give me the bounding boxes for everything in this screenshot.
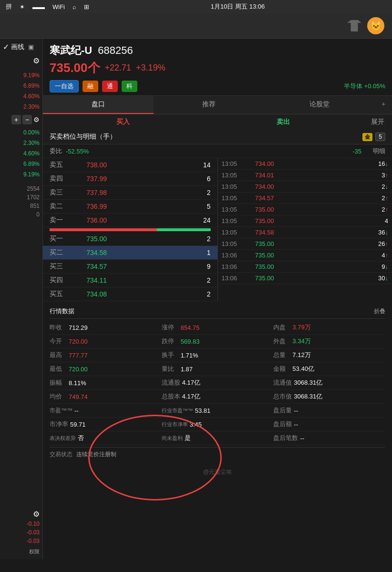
pct-9-19-top: 9.19% bbox=[23, 71, 40, 80]
pct-9-19-bot: 9.19% bbox=[23, 170, 40, 179]
gear-icon[interactable]: ⚙ bbox=[33, 56, 40, 65]
price-bar-red bbox=[50, 228, 157, 231]
mkt-zuidi: 最低 720.00 bbox=[50, 362, 162, 376]
mkt-zongliang: 总量 7.12万 bbox=[273, 348, 385, 362]
sell5-vol: 14 bbox=[107, 161, 211, 169]
mkt-zhefu: 振幅 8.11% bbox=[50, 376, 162, 390]
sell4-vol: 6 bbox=[107, 175, 211, 183]
tab-add[interactable]: + bbox=[375, 96, 392, 114]
sell1-vol: 24 bbox=[107, 216, 211, 224]
market-data-grid: 昨收 712.29 涨停 854.75 内盘 3.79万 今开 720.00 跌… bbox=[50, 321, 385, 445]
tag-row: 一自选 融 通 科 半导体 +0.05% bbox=[50, 80, 385, 92]
mkt-weiliy: 尚未盈利 是 bbox=[162, 431, 274, 445]
price-bar-green bbox=[157, 228, 211, 231]
trade-row-9: 13:06 735.00 9↓ bbox=[218, 261, 392, 273]
mkt-biaojs: 表决权差异 否 bbox=[50, 431, 162, 445]
tab-pankou[interactable]: 盘口 bbox=[43, 96, 154, 114]
sidebar-neg-0-03-1: -0.03 bbox=[27, 529, 40, 536]
sell4-price[interactable]: 737.99 bbox=[69, 175, 107, 183]
sell1-label: 卖一 bbox=[50, 216, 69, 225]
quanxian-label: 权限 bbox=[29, 548, 40, 555]
buy4-label: 买四 bbox=[50, 276, 69, 285]
main-layout: ✓ 画线 ▣ ⚙ 9.19% 6.89% 4.60% 2.30% + − ⚙ 0… bbox=[0, 39, 392, 559]
sector-tag[interactable]: 半导体 +0.05% bbox=[344, 82, 385, 91]
trading-status-val: 连续竞价注册制 bbox=[76, 450, 116, 459]
right-content: 寒武纪-U 688256 735.00个 +22.71 +3.19% 一自选 融… bbox=[43, 39, 392, 559]
ob-row-sell3: 卖三 737.98 2 bbox=[43, 186, 217, 200]
buy3-vol: 9 bbox=[107, 263, 211, 270]
minus-btn[interactable]: − bbox=[22, 115, 32, 124]
sell2-price[interactable]: 736.99 bbox=[69, 203, 107, 210]
buy5-label: 买五 bbox=[50, 290, 69, 298]
tag-rong[interactable]: 融 bbox=[83, 81, 98, 92]
sell2-label: 卖二 bbox=[50, 202, 69, 211]
mkt-junjiia: 均价 749.74 bbox=[50, 390, 162, 404]
settings-icon[interactable]: ⚙ bbox=[33, 116, 40, 123]
sell3-label: 卖三 bbox=[50, 188, 69, 197]
trade-row-3: 13:05 734.57 2↑ bbox=[218, 193, 392, 204]
sidebar-num-1702: 1702 bbox=[3, 193, 40, 202]
pct-2-30-top: 2.30% bbox=[23, 102, 40, 111]
add-btn[interactable]: + bbox=[11, 115, 21, 124]
shirt-icon[interactable] bbox=[347, 20, 361, 31]
menu-bar-left: 拼 ✶ ▬▬ WiFi ⌕ ⊞ bbox=[6, 2, 89, 11]
search-icon[interactable]: ⌕ bbox=[72, 3, 76, 10]
ob-row-sell1: 卖一 736.00 24 bbox=[43, 214, 217, 227]
webi-detail[interactable]: 明细 bbox=[373, 147, 385, 155]
ob-row-sell2: 卖二 736.99 5 bbox=[43, 200, 217, 214]
ob-row-sell5: 卖五 738.00 14 bbox=[43, 158, 217, 172]
stock-title-row: 寒武纪-U 688256 bbox=[50, 43, 385, 58]
market-data-fold[interactable]: 折叠 bbox=[374, 307, 385, 316]
stock-change-pct: +3.19% bbox=[136, 63, 165, 73]
split-panel: 卖五 738.00 14 卖四 737.99 6 卖三 737.98 2 卖二 … bbox=[43, 158, 392, 301]
sell1-price[interactable]: 736.00 bbox=[69, 216, 107, 224]
user-avatar[interactable]: 🐱 bbox=[367, 17, 384, 34]
tab-lungu[interactable]: 论股堂 bbox=[264, 96, 375, 114]
ob-row-buy2: 买二 734.58 1 bbox=[43, 246, 217, 260]
webi-pct: -52.55% bbox=[66, 148, 89, 155]
trade-row-10: 13:06 735.00 30↓ bbox=[218, 273, 392, 284]
menu-bar: 拼 ✶ ▬▬ WiFi ⌕ ⊞ 1月10日 周五 13:06 bbox=[0, 0, 392, 13]
mkt-jinkei: 今开 720.00 bbox=[50, 335, 162, 348]
pct-2-30-bot: 2.30% bbox=[23, 139, 40, 147]
bs-open-label[interactable]: 展开 bbox=[363, 114, 392, 130]
sell5-label: 卖五 bbox=[50, 161, 69, 169]
battery-icon: ▬▬ bbox=[32, 3, 45, 10]
buy3-price[interactable]: 734.57 bbox=[69, 263, 107, 270]
gold-badge: 金 bbox=[362, 133, 372, 141]
sidebar-settings-icon[interactable]: ⚙ bbox=[33, 510, 40, 518]
app-header: 🐱 bbox=[0, 13, 392, 39]
mkt-zhangtang: 涨停 854.75 bbox=[162, 321, 274, 335]
stock-price-row: 735.00个 +22.71 +3.19% bbox=[50, 60, 385, 76]
sidebar-neg-0-10: -0.10 bbox=[27, 521, 40, 527]
mkt-jine: 金额 53.40亿 bbox=[273, 362, 385, 376]
trade-row-8: 13:06 735.00 4↑ bbox=[218, 250, 392, 261]
sell3-price[interactable]: 737.98 bbox=[69, 189, 107, 196]
tag-ke[interactable]: 科 bbox=[122, 81, 137, 92]
buy2-price[interactable]: 734.58 bbox=[69, 249, 107, 256]
tab-tuijian[interactable]: 推荐 bbox=[154, 96, 264, 114]
sidebar-num-2554: 2554 bbox=[3, 184, 40, 193]
sell3-vol: 2 bbox=[107, 189, 211, 196]
webi-row: 委比 -52.55% -35 明细 bbox=[43, 144, 392, 158]
market-data: 行情数据 折叠 昨收 712.29 涨停 854.75 内盘 3.79万 bbox=[43, 301, 392, 464]
buy1-label: 买一 bbox=[50, 235, 69, 243]
mkt-waipan: 外盘 3.34万 bbox=[273, 335, 385, 348]
buy4-price[interactable]: 734.11 bbox=[69, 276, 107, 284]
sidebar-label[interactable]: 画线 bbox=[11, 43, 24, 51]
stock-header: 寒武纪-U 688256 735.00个 +22.71 +3.19% 一自选 融… bbox=[43, 39, 392, 96]
sell5-price[interactable]: 738.00 bbox=[69, 161, 107, 169]
market-data-title: 行情数据 bbox=[50, 307, 74, 316]
sidebar-num-0: 0 bbox=[3, 210, 40, 219]
bs-buy-label: 买入 bbox=[43, 114, 203, 130]
bs-header: 买入 卖出 展开 bbox=[43, 114, 392, 130]
buy1-price[interactable]: 735.00 bbox=[69, 235, 107, 243]
tag-tong[interactable]: 通 bbox=[102, 81, 118, 92]
bluetooth-icon: ✶ bbox=[20, 3, 25, 10]
buy5-price[interactable]: 734.08 bbox=[69, 290, 107, 298]
num-badge: 5 bbox=[375, 133, 385, 141]
buy3-label: 买三 bbox=[50, 262, 69, 271]
layout-icon[interactable]: ▣ bbox=[28, 43, 34, 51]
orderbook-title: 买卖档位与明细（手） bbox=[50, 133, 116, 141]
tag-zixuan[interactable]: 一自选 bbox=[50, 80, 79, 92]
